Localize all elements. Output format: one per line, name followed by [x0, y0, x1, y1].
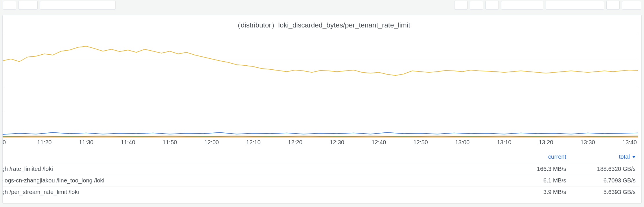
chart-plot-area[interactable]: [3, 34, 638, 138]
x-tick: 12:00: [204, 139, 219, 146]
x-tick: 12:10: [246, 139, 261, 146]
x-tick: 11:50: [163, 139, 177, 146]
x-tick: 13:20: [539, 139, 553, 146]
x-tick: 12:20: [288, 139, 302, 146]
legend-row-current: 6.1 MB/s: [514, 177, 566, 184]
top-toolbar: [0, 0, 644, 10]
toolbar-button-4[interactable]: [454, 1, 468, 10]
chart-x-axis: 1011:2011:3011:4011:5012:0012:1012:2012:…: [3, 139, 638, 148]
x-tick: 13:00: [455, 139, 470, 146]
x-tick: 11:20: [37, 139, 51, 146]
legend-row-label: gh /per_stream_rate_limit /loki: [3, 189, 497, 195]
chevron-down-icon: [632, 156, 636, 158]
panel-title: （distributor）loki_discarded_bytes/per_te…: [3, 15, 641, 31]
toolbar-button-3[interactable]: [40, 1, 116, 10]
legend-row[interactable]: -logs-cn-zhangjiakou /line_too_long /lok…: [3, 175, 640, 186]
legend-header: current total: [3, 152, 640, 163]
legend-row-total: 5.6393 GB/s: [584, 189, 636, 195]
x-tick: 10: [2, 139, 6, 146]
legend-row[interactable]: gh /per_stream_rate_limit /loki 3.9 MB/s…: [3, 186, 640, 198]
x-tick: 12:40: [371, 139, 386, 146]
legend-col-total[interactable]: total: [584, 154, 636, 160]
x-tick: 11:30: [79, 139, 93, 146]
toolbar-button-2[interactable]: [19, 1, 38, 10]
legend-row-total: 6.7093 GB/s: [584, 177, 636, 184]
toolbar-time-range[interactable]: [546, 1, 604, 10]
series-line: [3, 132, 638, 134]
toolbar-button-7[interactable]: [501, 1, 543, 10]
x-tick: 11:40: [121, 139, 135, 146]
series-line: [3, 46, 638, 75]
legend-col-current-label: current: [548, 154, 566, 160]
graph-panel: （distributor）loki_discarded_bytes/per_te…: [2, 15, 642, 204]
x-tick: 12:50: [413, 139, 428, 146]
toolbar-button-9[interactable]: [622, 1, 641, 10]
x-tick: 13:10: [497, 139, 511, 146]
x-tick: 13:30: [581, 139, 595, 146]
legend-col-current[interactable]: current: [514, 154, 566, 160]
legend-row-current: 166.3 MB/s: [514, 166, 566, 172]
legend-row[interactable]: gh /rate_limited /loki 166.3 MB/s 188.63…: [3, 163, 640, 175]
series-line: [3, 136, 638, 136]
legend-col-total-label: total: [619, 154, 630, 160]
legend-row-current: 3.9 MB/s: [514, 189, 566, 195]
legend-row-label: gh /rate_limited /loki: [3, 166, 497, 172]
x-tick: 13:40: [622, 139, 637, 146]
toolbar-button-6[interactable]: [485, 1, 499, 10]
x-tick: 12:30: [330, 139, 344, 146]
toolbar-button-1[interactable]: [3, 1, 16, 10]
toolbar-button-8[interactable]: [606, 1, 620, 10]
legend-row-total: 188.6320 GB/s: [584, 166, 636, 172]
legend-table: current total gh /rate_limited /loki 166…: [3, 152, 640, 203]
legend-row-label: -logs-cn-zhangjiakou /line_too_long /lok…: [3, 177, 497, 184]
toolbar-button-5[interactable]: [470, 1, 483, 10]
